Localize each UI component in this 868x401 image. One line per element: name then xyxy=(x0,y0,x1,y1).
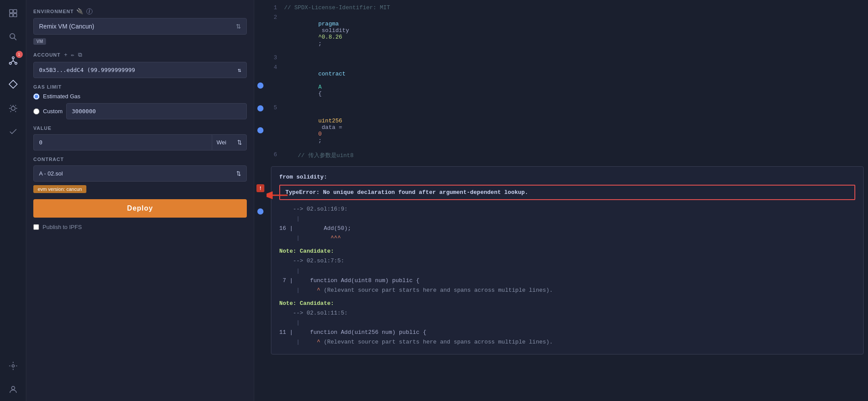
svg-rect-1 xyxy=(13,10,16,13)
code-line-2: 2 pragma solidity ^0.8.26 ; xyxy=(267,13,868,54)
error-popup: from solidity: TypeError: No unique decl… xyxy=(271,166,864,354)
environment-value: Remix VM (Cancun) xyxy=(39,23,94,30)
git-icon[interactable]: 1 xyxy=(5,53,21,68)
value-label: VALUE xyxy=(33,125,247,131)
account-chevron-icon: ⇅ xyxy=(238,67,241,73)
code-line-5: 5 uint256 data = 0 ; xyxy=(267,104,868,150)
user-icon[interactable] xyxy=(5,382,21,397)
environment-plug-icon: 🔌 xyxy=(76,8,84,14)
svg-rect-3 xyxy=(13,14,16,17)
error-arrow-1: --> 02.sol:16:9: xyxy=(279,204,855,214)
publish-checkbox[interactable] xyxy=(33,224,39,230)
gas-limit-section: GAS LIMIT Estimated Gas Custom xyxy=(33,84,247,119)
unit-select[interactable]: Wei ⇅ xyxy=(212,134,247,150)
contract-section: CONTRACT A - 02.sol ⇅ evm version: cancu… xyxy=(33,157,247,193)
account-edit-icon[interactable]: ✏ xyxy=(71,51,75,58)
environment-info-icon: i xyxy=(86,8,92,14)
publish-label: Publish to IPFS xyxy=(43,224,82,230)
svg-point-7 xyxy=(9,62,11,64)
error-note-2: Note: Candidate: xyxy=(279,299,855,308)
files-icon[interactable] xyxy=(5,5,21,21)
custom-gas-input[interactable] xyxy=(66,103,247,119)
contract-label: CONTRACT xyxy=(33,157,247,162)
error-line-7: 7 | function Add(uint8 num) public { xyxy=(279,276,855,286)
svg-rect-2 xyxy=(9,14,12,17)
gutter-dot-4 xyxy=(257,208,263,215)
error-pipe-2: | ^^^ xyxy=(279,233,855,243)
account-select[interactable]: 0x5B3...eddC4 (99.9999999999 ⇅ xyxy=(33,62,247,78)
gutter-dot-3 xyxy=(257,127,263,133)
error-pipe-3: | xyxy=(279,266,855,276)
vm-badge: VM xyxy=(33,38,46,45)
environment-section: ENVIRONMENT 🔌 i Remix VM (Cancun) ⇅ VM xyxy=(33,8,247,45)
icon-sidebar: 1 xyxy=(0,0,26,401)
environment-select[interactable]: Remix VM (Cancun) ⇅ xyxy=(33,18,247,35)
custom-gas-radio[interactable] xyxy=(33,108,39,115)
unit-value: Wei xyxy=(217,139,226,146)
error-pipe-4: | ^ (Relevant source part starts here an… xyxy=(279,286,855,295)
gas-limit-label: GAS LIMIT xyxy=(33,84,247,90)
value-section: VALUE Wei ⇅ xyxy=(33,125,247,150)
svg-point-12 xyxy=(11,387,14,390)
bug-icon[interactable] xyxy=(5,100,21,116)
account-section: ACCOUNT + ✏ ⧉ 0x5B3...eddC4 (99.99999999… xyxy=(33,51,247,78)
error-detail: --> 02.sol:16:9: | 16 | Add(50); | ^^^ N… xyxy=(279,204,855,347)
search-icon[interactable] xyxy=(5,29,21,45)
account-label: ACCOUNT xyxy=(33,52,60,57)
account-value: 0x5B3...eddC4 (99.9999999999 xyxy=(39,67,135,73)
plugin-icon[interactable] xyxy=(5,358,21,374)
deploy-button[interactable]: Deploy xyxy=(33,199,247,218)
evm-badge: evm version: cancun xyxy=(33,185,86,193)
svg-marker-9 xyxy=(9,80,17,88)
gutter-dot-2 xyxy=(257,105,263,111)
error-line-11: 11 | function Add(uint256 num) public { xyxy=(279,328,855,337)
svg-rect-0 xyxy=(9,10,12,13)
source-code: 1 // SPDX-License-Identifier: MIT 2 prag… xyxy=(267,0,868,162)
account-copy-icon[interactable]: ⧉ xyxy=(78,52,82,58)
error-arrow-2: --> 02.sol:7:5: xyxy=(279,256,855,266)
publish-row: Publish to IPFS xyxy=(33,224,247,230)
contract-chevron-icon: ⇅ xyxy=(236,170,241,177)
error-pipe-6: | ^ (Relevant source part starts here an… xyxy=(279,337,855,347)
check-icon[interactable] xyxy=(5,124,21,140)
error-message-box: TypeError: No unique declaration found a… xyxy=(279,185,855,200)
gutter-column: ! xyxy=(254,0,267,401)
svg-point-4 xyxy=(10,34,14,39)
svg-line-5 xyxy=(14,38,16,40)
code-line-6: 6 // 传入参数是uint8 xyxy=(267,150,868,160)
code-line-1: 1 // SPDX-License-Identifier: MIT xyxy=(267,4,868,13)
code-line-4: 4 contract A { xyxy=(267,63,868,104)
gutter-warn-icon: ! xyxy=(256,184,264,192)
code-area: 1 // SPDX-License-Identifier: MIT 2 prag… xyxy=(267,0,868,401)
svg-point-10 xyxy=(11,106,15,110)
environment-chevron-icon: ⇅ xyxy=(236,23,241,30)
error-pipe-1: | xyxy=(279,214,855,224)
svg-point-8 xyxy=(15,62,17,64)
error-header: from solidity: xyxy=(279,174,855,180)
main-content: ! 1 // SPDX-License-Identifier: MIT 2 pr… xyxy=(254,0,868,401)
custom-gas-label: Custom xyxy=(43,108,63,115)
value-input[interactable] xyxy=(33,134,212,150)
code-line-3: 3 xyxy=(267,54,868,63)
contract-select[interactable]: A - 02.sol ⇅ xyxy=(33,165,247,182)
git-badge: 1 xyxy=(16,51,23,58)
deploy-panel: ENVIRONMENT 🔌 i Remix VM (Cancun) ⇅ VM A… xyxy=(26,0,254,401)
unit-chevron-icon: ⇅ xyxy=(237,139,242,146)
error-note-1: Note: Candidate: xyxy=(279,247,855,256)
estimated-gas-label: Estimated Gas xyxy=(43,93,80,100)
svg-point-11 xyxy=(12,365,14,367)
svg-point-6 xyxy=(12,57,14,59)
gutter-dot-1 xyxy=(257,82,263,89)
diamond-icon[interactable] xyxy=(5,76,21,92)
error-pipe-5: | xyxy=(279,318,855,328)
account-add-icon[interactable]: + xyxy=(64,52,68,58)
error-arrow-3: --> 02.sol:11:5: xyxy=(279,308,855,318)
error-line-16: 16 | Add(50); xyxy=(279,224,855,233)
estimated-gas-radio[interactable] xyxy=(33,93,39,100)
contract-value: A - 02.sol xyxy=(39,170,63,177)
environment-label: ENVIRONMENT 🔌 i xyxy=(33,8,247,14)
